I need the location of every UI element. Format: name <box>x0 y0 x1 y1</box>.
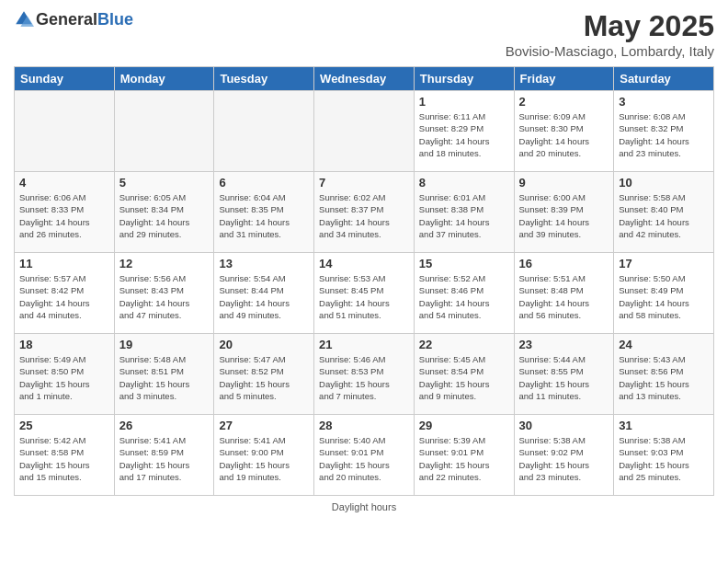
logo-blue: Blue <box>97 10 133 29</box>
calendar-header-tuesday: Tuesday <box>214 67 314 91</box>
calendar-cell: 10Sunrise: 5:58 AM Sunset: 8:40 PM Dayli… <box>614 172 714 253</box>
calendar-header-wednesday: Wednesday <box>314 67 415 91</box>
day-info: Sunrise: 5:47 AM Sunset: 8:52 PM Dayligh… <box>219 353 309 402</box>
day-info: Sunrise: 5:53 AM Sunset: 8:45 PM Dayligh… <box>319 272 409 321</box>
day-number: 7 <box>319 176 409 190</box>
calendar-cell <box>15 91 115 172</box>
day-number: 24 <box>619 338 709 351</box>
calendar-header-monday: Monday <box>114 67 214 91</box>
calendar-cell: 31Sunrise: 5:38 AM Sunset: 9:03 PM Dayli… <box>614 415 714 496</box>
day-number: 8 <box>419 176 509 190</box>
day-number: 17 <box>619 257 709 270</box>
calendar-cell: 25Sunrise: 5:42 AM Sunset: 8:58 PM Dayli… <box>15 415 115 496</box>
calendar-cell: 29Sunrise: 5:39 AM Sunset: 9:01 PM Dayli… <box>414 415 514 496</box>
header: GeneralBlue May 2025 Bovisio-Masciago, L… <box>14 9 714 59</box>
calendar-cell <box>114 91 214 172</box>
calendar-cell: 21Sunrise: 5:46 AM Sunset: 8:53 PM Dayli… <box>314 334 415 415</box>
day-number: 19 <box>119 338 210 351</box>
day-info: Sunrise: 5:56 AM Sunset: 8:43 PM Dayligh… <box>119 272 210 321</box>
day-number: 13 <box>219 257 309 270</box>
day-number: 15 <box>419 257 509 270</box>
calendar-cell: 15Sunrise: 5:52 AM Sunset: 8:46 PM Dayli… <box>414 253 514 334</box>
day-number: 3 <box>619 95 709 109</box>
day-number: 21 <box>319 338 409 351</box>
day-info: Sunrise: 6:00 AM Sunset: 8:39 PM Dayligh… <box>519 191 609 240</box>
day-info: Sunrise: 5:52 AM Sunset: 8:46 PM Dayligh… <box>419 272 509 321</box>
calendar-header-saturday: Saturday <box>614 67 714 91</box>
calendar-cell: 5Sunrise: 6:05 AM Sunset: 8:34 PM Daylig… <box>114 172 214 253</box>
day-info: Sunrise: 5:40 AM Sunset: 9:01 PM Dayligh… <box>319 434 409 483</box>
day-info: Sunrise: 6:11 AM Sunset: 8:29 PM Dayligh… <box>419 110 509 159</box>
day-number: 25 <box>19 419 109 432</box>
day-number: 23 <box>519 338 609 351</box>
day-number: 10 <box>619 176 709 190</box>
calendar-table: SundayMondayTuesdayWednesdayThursdayFrid… <box>14 66 714 496</box>
day-number: 12 <box>119 257 210 270</box>
day-number: 11 <box>19 257 109 270</box>
calendar-cell: 28Sunrise: 5:40 AM Sunset: 9:01 PM Dayli… <box>314 415 415 496</box>
day-info: Sunrise: 5:41 AM Sunset: 9:00 PM Dayligh… <box>219 434 309 483</box>
day-number: 30 <box>519 419 609 432</box>
day-number: 9 <box>519 176 609 190</box>
location-title: Bovisio-Masciago, Lombardy, Italy <box>506 43 714 59</box>
calendar-cell: 1Sunrise: 6:11 AM Sunset: 8:29 PM Daylig… <box>414 91 514 172</box>
day-number: 4 <box>19 176 109 190</box>
calendar-cell: 7Sunrise: 6:02 AM Sunset: 8:37 PM Daylig… <box>314 172 415 253</box>
calendar-cell: 20Sunrise: 5:47 AM Sunset: 8:52 PM Dayli… <box>214 334 314 415</box>
calendar-cell: 16Sunrise: 5:51 AM Sunset: 8:48 PM Dayli… <box>514 253 614 334</box>
day-number: 28 <box>319 419 409 432</box>
day-number: 27 <box>219 419 309 432</box>
calendar-cell: 11Sunrise: 5:57 AM Sunset: 8:42 PM Dayli… <box>15 253 115 334</box>
calendar-cell: 14Sunrise: 5:53 AM Sunset: 8:45 PM Dayli… <box>314 253 415 334</box>
calendar-cell: 12Sunrise: 5:56 AM Sunset: 8:43 PM Dayli… <box>114 253 214 334</box>
day-info: Sunrise: 6:02 AM Sunset: 8:37 PM Dayligh… <box>319 191 409 240</box>
calendar-cell: 3Sunrise: 6:08 AM Sunset: 8:32 PM Daylig… <box>614 91 714 172</box>
calendar-cell: 13Sunrise: 5:54 AM Sunset: 8:44 PM Dayli… <box>214 253 314 334</box>
logo-general: General <box>36 10 97 29</box>
footer-note: Daylight hours <box>14 501 714 512</box>
day-info: Sunrise: 5:44 AM Sunset: 8:55 PM Dayligh… <box>519 353 609 402</box>
calendar-header-friday: Friday <box>514 67 614 91</box>
calendar-week-2: 4Sunrise: 6:06 AM Sunset: 8:33 PM Daylig… <box>15 172 714 253</box>
logo: GeneralBlue <box>14 9 133 29</box>
calendar-cell <box>214 91 314 172</box>
calendar-week-5: 25Sunrise: 5:42 AM Sunset: 8:58 PM Dayli… <box>15 415 714 496</box>
day-info: Sunrise: 5:58 AM Sunset: 8:40 PM Dayligh… <box>619 191 709 240</box>
day-number: 16 <box>519 257 609 270</box>
calendar-cell: 19Sunrise: 5:48 AM Sunset: 8:51 PM Dayli… <box>114 334 214 415</box>
day-info: Sunrise: 5:42 AM Sunset: 8:58 PM Dayligh… <box>19 434 109 483</box>
day-info: Sunrise: 5:45 AM Sunset: 8:54 PM Dayligh… <box>419 353 509 402</box>
day-number: 5 <box>119 176 210 190</box>
calendar-week-1: 1Sunrise: 6:11 AM Sunset: 8:29 PM Daylig… <box>15 91 714 172</box>
calendar-cell: 9Sunrise: 6:00 AM Sunset: 8:39 PM Daylig… <box>514 172 614 253</box>
day-number: 18 <box>19 338 109 351</box>
day-info: Sunrise: 5:39 AM Sunset: 9:01 PM Dayligh… <box>419 434 509 483</box>
calendar-cell <box>314 91 415 172</box>
calendar-header-sunday: Sunday <box>15 67 115 91</box>
title-block: May 2025 Bovisio-Masciago, Lombardy, Ita… <box>506 9 714 59</box>
day-info: Sunrise: 6:01 AM Sunset: 8:38 PM Dayligh… <box>419 191 509 240</box>
day-number: 31 <box>619 419 709 432</box>
calendar-cell: 17Sunrise: 5:50 AM Sunset: 8:49 PM Dayli… <box>614 253 714 334</box>
day-info: Sunrise: 5:38 AM Sunset: 9:03 PM Dayligh… <box>619 434 709 483</box>
day-number: 20 <box>219 338 309 351</box>
calendar-cell: 2Sunrise: 6:09 AM Sunset: 8:30 PM Daylig… <box>514 91 614 172</box>
day-number: 26 <box>119 419 210 432</box>
day-info: Sunrise: 5:54 AM Sunset: 8:44 PM Dayligh… <box>219 272 309 321</box>
day-number: 2 <box>519 95 609 109</box>
day-info: Sunrise: 5:50 AM Sunset: 8:49 PM Dayligh… <box>619 272 709 321</box>
day-number: 14 <box>319 257 409 270</box>
calendar-cell: 24Sunrise: 5:43 AM Sunset: 8:56 PM Dayli… <box>614 334 714 415</box>
calendar-cell: 26Sunrise: 5:41 AM Sunset: 8:59 PM Dayli… <box>114 415 214 496</box>
calendar-cell: 18Sunrise: 5:49 AM Sunset: 8:50 PM Dayli… <box>15 334 115 415</box>
day-info: Sunrise: 6:06 AM Sunset: 8:33 PM Dayligh… <box>19 191 109 240</box>
calendar-cell: 6Sunrise: 6:04 AM Sunset: 8:35 PM Daylig… <box>214 172 314 253</box>
day-info: Sunrise: 5:51 AM Sunset: 8:48 PM Dayligh… <box>519 272 609 321</box>
day-number: 1 <box>419 95 509 109</box>
calendar-cell: 30Sunrise: 5:38 AM Sunset: 9:02 PM Dayli… <box>514 415 614 496</box>
day-info: Sunrise: 5:49 AM Sunset: 8:50 PM Dayligh… <box>19 353 109 402</box>
month-title: May 2025 <box>506 9 714 43</box>
day-info: Sunrise: 5:38 AM Sunset: 9:02 PM Dayligh… <box>519 434 609 483</box>
day-info: Sunrise: 6:08 AM Sunset: 8:32 PM Dayligh… <box>619 110 709 159</box>
calendar-week-3: 11Sunrise: 5:57 AM Sunset: 8:42 PM Dayli… <box>15 253 714 334</box>
